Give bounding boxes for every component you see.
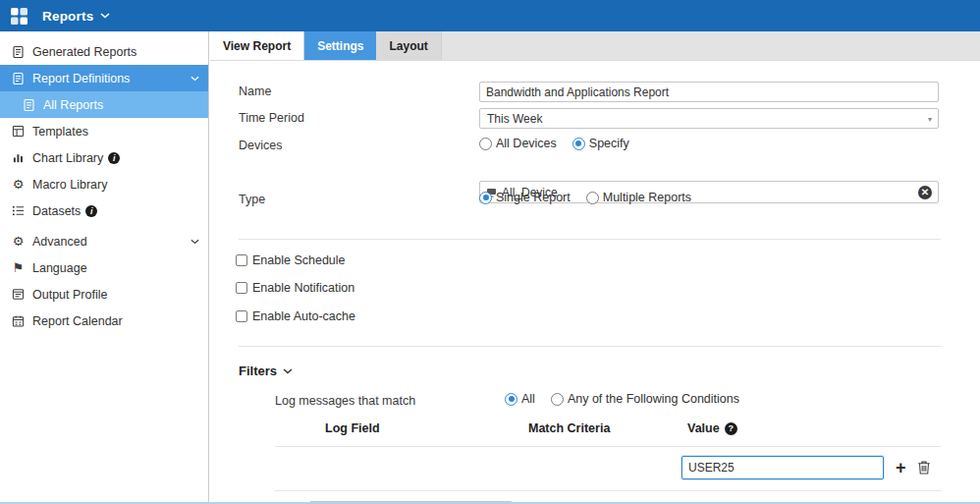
match-any-radio[interactable] (551, 393, 564, 406)
gear-icon: ⚙ (10, 178, 27, 191)
enable-autocache-label: Enable Auto-cache (252, 309, 355, 323)
single-report-label: Single Report (496, 191, 571, 204)
tabbar: View Report Settings Layout (210, 31, 980, 61)
sidebar-item-macro-library[interactable]: ⚙ Macro Library (0, 171, 208, 197)
match-all-radio[interactable] (505, 393, 517, 406)
devices-label: Devices (239, 139, 282, 152)
time-period-select[interactable]: This Week ▾ (479, 108, 939, 129)
time-period-label: Time Period (239, 111, 304, 125)
sidebar-item-generated-reports[interactable]: Generated Reports (0, 38, 208, 65)
chevron-down-icon (283, 368, 293, 374)
reports-menu[interactable]: Reports (42, 9, 110, 24)
type-label: Type (239, 193, 265, 206)
column-value-label: Value (687, 421, 720, 435)
flag-icon: ⚑ (10, 261, 27, 274)
sidebar-item-templates[interactable]: Templates (0, 118, 208, 144)
chevron-down-icon (191, 239, 199, 245)
sidebar-item-label: All Reports (43, 98, 103, 112)
info-icon: i (108, 152, 120, 164)
specify-radio[interactable] (572, 138, 585, 150)
add-condition-button[interactable]: + (896, 458, 906, 477)
sidebar-item-report-calendar[interactable]: Report Calendar (0, 308, 208, 334)
multiple-reports-radio[interactable] (586, 192, 599, 204)
single-report-radio[interactable] (479, 192, 492, 204)
enable-notification-checkbox[interactable] (236, 282, 247, 294)
tab-layout[interactable]: Layout (376, 31, 441, 60)
clear-devices-icon[interactable]: ✕ (918, 186, 932, 199)
section-divider (239, 239, 941, 240)
chevron-down-icon (191, 76, 199, 82)
help-icon[interactable]: ? (725, 422, 737, 435)
sidebar-item-advanced[interactable]: ⚙ Advanced (0, 228, 208, 254)
sidebar-item-label: Language (32, 261, 87, 275)
enable-notification-row[interactable]: Enable Notification (236, 281, 354, 295)
column-value: Value ? (687, 421, 737, 435)
tab-settings[interactable]: Settings (304, 31, 376, 60)
filters-section-toggle[interactable]: Filters (239, 364, 293, 378)
document-icon (10, 45, 27, 59)
bar-chart-icon (10, 151, 27, 164)
calendar-icon (10, 314, 27, 328)
sidebar-item-label: Templates (32, 125, 88, 139)
sidebar-item-language[interactable]: ⚑ Language (0, 254, 208, 281)
tab-label: View Report (223, 39, 291, 53)
sidebar-item-label: Report Calendar (32, 314, 123, 328)
topbar: Reports (0, 0, 980, 31)
document-icon (10, 72, 27, 85)
settings-panel: Name Time Period This Week ▾ Devices All… (210, 61, 980, 502)
sidebar-item-datasets[interactable]: Datasets i (0, 197, 208, 224)
filters-title: Filters (239, 364, 277, 378)
sidebar-item-report-definitions[interactable]: Report Definitions (0, 65, 208, 91)
column-log-field: Log Field (325, 421, 380, 435)
sidebar-item-chart-library[interactable]: Chart Library i (0, 144, 208, 171)
section-divider (239, 346, 941, 347)
all-devices-radio[interactable] (479, 138, 492, 150)
match-all-label: All (521, 392, 535, 406)
info-icon: i (85, 205, 97, 217)
sidebar-item-all-reports[interactable]: All Reports (0, 91, 208, 118)
column-match-criteria: Match Criteria (528, 421, 610, 435)
table-divider (275, 446, 941, 447)
specify-label: Specify (589, 137, 629, 150)
sidebar-item-label: Generated Reports (32, 45, 136, 59)
enable-schedule-label: Enable Schedule (252, 253, 346, 267)
reports-menu-label: Reports (42, 9, 93, 24)
delete-condition-button[interactable] (917, 460, 931, 475)
sidebar-item-label: Output Profile (32, 288, 107, 302)
gear-icon: ⚙ (10, 235, 27, 248)
name-label: Name (239, 84, 271, 98)
app-logo-icon[interactable] (10, 7, 28, 26)
enable-schedule-checkbox[interactable] (236, 254, 247, 266)
sidebar-item-label: Chart Library (32, 151, 103, 165)
enable-schedule-row[interactable]: Enable Schedule (236, 253, 346, 267)
sidebar-item-label: Macro Library (32, 178, 107, 192)
chevron-down-icon: ▾ (928, 114, 932, 123)
filter-value-input[interactable] (681, 456, 884, 479)
enable-autocache-row[interactable]: Enable Auto-cache (236, 309, 355, 323)
template-icon (10, 125, 27, 138)
table-divider (275, 490, 941, 491)
sidebar-item-label: Report Definitions (32, 72, 130, 85)
match-radio-group: All Any of the Following Conditions (505, 392, 755, 406)
sidebar: Generated Reports Report Definitions All… (0, 31, 209, 502)
time-period-value: This Week (487, 112, 542, 126)
match-any-label: Any of the Following Conditions (568, 392, 739, 406)
enable-autocache-checkbox[interactable] (236, 310, 247, 322)
sidebar-item-label: Datasets (32, 204, 81, 218)
output-profile-icon (10, 288, 27, 301)
all-devices-label: All Devices (496, 137, 557, 150)
tab-label: Settings (317, 39, 363, 53)
devices-radio-group: All Devices Specify (479, 137, 645, 150)
type-radio-group: Single Report Multiple Reports (479, 191, 707, 204)
list-icon (10, 204, 27, 217)
tab-label: Layout (389, 39, 427, 53)
tab-view-report[interactable]: View Report (210, 31, 304, 60)
name-input[interactable] (479, 82, 939, 102)
enable-notification-label: Enable Notification (252, 281, 354, 295)
chevron-down-icon (100, 13, 110, 19)
sidebar-item-output-profile[interactable]: Output Profile (0, 281, 208, 308)
sidebar-item-label: Advanced (32, 235, 87, 249)
multiple-reports-label: Multiple Reports (603, 191, 691, 204)
document-icon (21, 98, 37, 112)
match-label: Log messages that match (275, 394, 415, 408)
